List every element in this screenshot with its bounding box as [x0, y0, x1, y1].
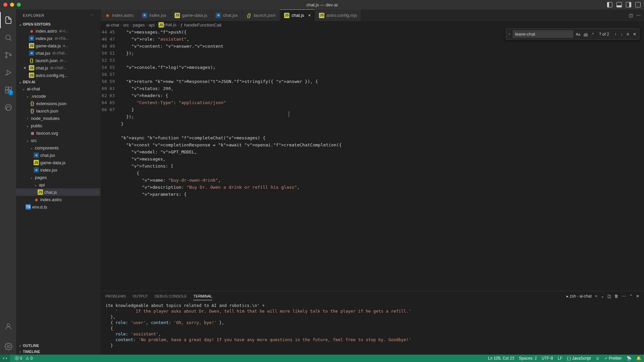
- breadcrumb[interactable]: ai-chat›src›pages›api›JSchat.js›ƒ handle…: [101, 21, 644, 29]
- panel-tab-output[interactable]: OUTPUT: [133, 292, 148, 300]
- editor-tab[interactable]: ⚛index.jsx: [138, 9, 171, 21]
- open-editor-item[interactable]: ⚛index.jsxai-cha...: [16, 35, 100, 42]
- notifications-icon[interactable]: 🔔: [636, 356, 641, 361]
- breadcrumb-item[interactable]: pages: [133, 22, 145, 28]
- editor-tab[interactable]: JSgame-data.js: [171, 9, 212, 21]
- tree-item[interactable]: {}launch.json: [16, 107, 100, 115]
- toggle-primary-sidebar-icon[interactable]: [607, 2, 612, 7]
- find-expand-icon[interactable]: ›: [508, 32, 511, 37]
- maximize-panel-icon[interactable]: ⌃: [629, 294, 633, 299]
- remote-indicator[interactable]: [0, 355, 10, 362]
- editor-tab[interactable]: JSastro.config.mjs: [315, 9, 361, 21]
- zoom-window[interactable]: [17, 3, 21, 7]
- minimize-window[interactable]: [10, 3, 14, 7]
- settings-gear-icon[interactable]: [0, 338, 16, 355]
- chevron-right-icon: ›: [121, 23, 122, 27]
- tree-item[interactable]: ⌄public: [16, 122, 100, 129]
- warnings-count[interactable]: ⚠ 0: [26, 356, 33, 361]
- errors-count[interactable]: ⓧ 0: [15, 356, 22, 361]
- tree-item[interactable]: ◉index.astro: [16, 196, 100, 203]
- open-editor-item[interactable]: JSastro.config.mj...: [16, 72, 100, 79]
- find-input[interactable]: [513, 30, 573, 38]
- tree-item[interactable]: ⚛index.jsx: [16, 166, 100, 174]
- toggle-secondary-sidebar-icon[interactable]: [626, 2, 631, 7]
- tree-item[interactable]: ⌄src: [16, 137, 100, 144]
- source-control-view-icon[interactable]: [0, 47, 16, 63]
- tree-item[interactable]: TSenv.d.ts: [16, 203, 100, 211]
- indent-setting[interactable]: Spaces: 2: [519, 356, 537, 361]
- tree-item[interactable]: JSchat.js: [16, 188, 100, 196]
- extensions-view-icon[interactable]: 7: [0, 82, 16, 98]
- eol[interactable]: LF: [558, 356, 562, 361]
- customize-layout-icon[interactable]: [635, 2, 641, 7]
- tree-item[interactable]: ⌄pages: [16, 174, 100, 181]
- tree-item[interactable]: ⚛chat.jsx: [16, 151, 100, 159]
- tree-item[interactable]: ›node_modules: [16, 115, 100, 122]
- open-editor-item[interactable]: ×JSchat.jsai-chat/...: [16, 64, 100, 72]
- close-panel-icon[interactable]: ✕: [636, 294, 639, 299]
- panel-more-icon[interactable]: ⋯: [622, 294, 626, 299]
- explorer-view-icon[interactable]: [0, 12, 16, 28]
- accounts-icon[interactable]: [0, 318, 16, 334]
- open-editor-item[interactable]: JSgame-data.jsa...: [16, 42, 100, 49]
- terminal-picker[interactable]: ▸ zsh - ai-chat: [566, 294, 592, 299]
- breadcrumb-item[interactable]: api: [149, 22, 154, 28]
- find-selection-icon[interactable]: ≡: [625, 31, 630, 37]
- kill-terminal-icon[interactable]: 🗑: [614, 294, 618, 299]
- new-terminal-icon[interactable]: +: [595, 294, 597, 299]
- tree-item[interactable]: {}extensions.json: [16, 100, 100, 107]
- timeline-header[interactable]: › TIMELINE: [16, 349, 100, 355]
- find-close-icon[interactable]: ✕: [632, 31, 638, 37]
- encoding[interactable]: UTF-8: [542, 356, 553, 361]
- whole-word-toggle[interactable]: ab: [582, 32, 589, 37]
- terminal-dropdown-icon[interactable]: ⌄: [601, 294, 604, 299]
- tree-item[interactable]: JSgame-data.js: [16, 159, 100, 166]
- breadcrumb-item[interactable]: src: [123, 22, 129, 28]
- prettier-status[interactable]: ✓ Prettier: [604, 356, 622, 361]
- match-case-toggle[interactable]: Aa: [574, 32, 582, 37]
- tree-item[interactable]: ▦favicon.svg: [16, 129, 100, 137]
- js-file-icon: JS: [319, 13, 324, 18]
- open-editor-item[interactable]: ⚛chat.jsxai-chat...: [16, 49, 100, 57]
- copilot-icon[interactable]: ☺: [596, 356, 600, 361]
- tree-root-folder[interactable]: ⌄ ai-chat: [16, 85, 100, 92]
- feedback-icon[interactable]: 📡: [627, 356, 632, 361]
- editor-tab[interactable]: ⚛chat.jsx: [212, 9, 242, 21]
- cursor-position[interactable]: Ln 105, Col 23: [488, 356, 514, 361]
- code-content[interactable]: "v">messages."f">push({ "v">role: "assis…: [121, 29, 644, 291]
- tree-item[interactable]: ⌄.vscode: [16, 92, 100, 100]
- find-next-icon[interactable]: ↓: [619, 31, 624, 37]
- open-editor-item[interactable]: ◉index.astroai-c...: [16, 27, 100, 35]
- panel-tab-debug-console[interactable]: DEBUG CONSOLE: [154, 292, 187, 300]
- close-icon[interactable]: ×: [22, 65, 28, 71]
- search-view-icon[interactable]: [0, 30, 16, 46]
- panel-tab-terminal[interactable]: TERMINAL: [193, 292, 212, 300]
- outline-header[interactable]: › OUTLINE: [16, 343, 100, 349]
- run-debug-view-icon[interactable]: [0, 64, 16, 81]
- edge-tools-icon[interactable]: [0, 99, 16, 116]
- editor-body[interactable]: 44 45 46 47 48 49 50 51 52 53 54 55 56 5…: [101, 29, 644, 291]
- panel-tab-problems[interactable]: PROBLEMS: [105, 292, 126, 300]
- open-editor-item[interactable]: {}launch.jsonai-...: [16, 57, 100, 64]
- close-icon[interactable]: ×: [308, 13, 311, 18]
- tree-item[interactable]: ⌄api: [16, 181, 100, 188]
- open-editors-header[interactable]: ⌄ OPEN EDITORS: [16, 21, 100, 27]
- workspace-header[interactable]: ⌄ DEV-AI: [16, 79, 100, 85]
- editor-tab[interactable]: ◉index.astro: [101, 9, 138, 21]
- close-window[interactable]: [3, 3, 7, 7]
- editor-tab[interactable]: JSchat.js×: [280, 9, 315, 21]
- breadcrumb-item[interactable]: JSchat.js: [158, 22, 177, 28]
- find-prev-icon[interactable]: ↑: [613, 31, 618, 37]
- split-terminal-icon[interactable]: ◫: [607, 294, 611, 299]
- editor-tab[interactable]: {}launch.json: [242, 9, 280, 21]
- explorer-more-icon[interactable]: ⋯: [90, 13, 94, 17]
- tree-item[interactable]: ⌄components: [16, 144, 100, 151]
- toggle-panel-icon[interactable]: [616, 2, 622, 7]
- split-editor-icon[interactable]: ◫: [629, 13, 633, 18]
- more-actions-icon[interactable]: ⋯: [636, 13, 641, 18]
- terminal-output[interactable]: ite knowledgeable about topics related t…: [101, 301, 644, 355]
- breadcrumb-item[interactable]: ƒ handleFunctionCall: [180, 22, 221, 28]
- language-mode[interactable]: { } JavaScript: [567, 356, 591, 361]
- breadcrumb-item[interactable]: ai-chat: [106, 22, 119, 28]
- regex-toggle[interactable]: .*: [590, 32, 595, 37]
